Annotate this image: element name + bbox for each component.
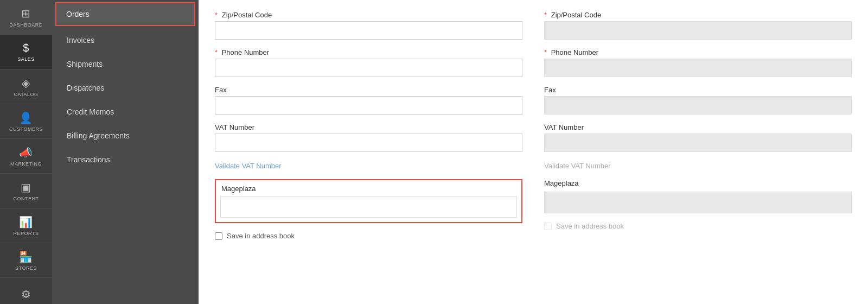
sidebar-item-label-marketing: MARKETING: [10, 161, 42, 167]
sidebar-item-label-catalog: CATALOG: [14, 92, 38, 97]
left-zip-input[interactable]: [215, 21, 522, 40]
right-vat-group: VAT Number: [544, 123, 852, 152]
marketing-icon: 📣: [19, 146, 33, 159]
left-zip-label: * Zip/Postal Code: [215, 11, 522, 19]
submenu-item-shipments[interactable]: Shipments: [52, 52, 199, 76]
right-company-section: Mageplaza: [544, 179, 852, 213]
left-phone-input[interactable]: [215, 59, 522, 77]
customers-icon: 👤: [19, 111, 33, 124]
right-zip-group: * Zip/Postal Code: [544, 11, 852, 40]
reports-icon: 📊: [19, 216, 33, 229]
sidebar-item-sales[interactable]: $ SALES: [0, 35, 52, 69]
left-fax-label: Fax: [215, 86, 522, 94]
submenu-item-transactions[interactable]: Transactions: [52, 148, 199, 172]
catalog-icon: ◈: [22, 77, 30, 90]
left-save-address-label: Save in address book: [227, 232, 295, 240]
left-zip-group: * Zip/Postal Code: [215, 11, 522, 40]
right-phone-group: * Phone Number: [544, 48, 852, 77]
right-vat-input[interactable]: [544, 134, 852, 152]
right-save-address-checkbox[interactable]: [544, 223, 552, 230]
sidebar-item-label-sales: SALES: [17, 56, 35, 62]
right-validate-vat-group: Validate VAT Number: [544, 161, 852, 170]
right-form-column: * Zip/Postal Code * Phone Number Fax VAT…: [544, 11, 852, 293]
left-company-section: Mageplaza: [215, 179, 522, 223]
main-content: * Zip/Postal Code * Phone Number Fax VAT…: [199, 0, 868, 304]
left-validate-vat-link[interactable]: Validate VAT Number: [215, 162, 282, 170]
left-fax-input[interactable]: [215, 96, 522, 115]
left-company-label: Mageplaza: [221, 185, 517, 193]
right-save-address-label: Save in address book: [556, 222, 624, 230]
sidebar-item-catalog[interactable]: ◈ CATALOG: [0, 69, 52, 104]
left-company-input[interactable]: [220, 196, 517, 218]
settings-icon: ⚙: [21, 288, 31, 301]
submenu-item-invoices[interactable]: Invoices: [52, 28, 199, 52]
sidebar-item-content[interactable]: ▣ CONTENT: [0, 174, 52, 208]
right-company-label: Mageplaza: [544, 179, 852, 187]
right-phone-label: * Phone Number: [544, 48, 852, 56]
right-zip-label: * Zip/Postal Code: [544, 11, 852, 19]
sidebar-item-dashboard[interactable]: ⊞ DASHBOARD: [0, 0, 52, 35]
sidebar-item-label-reports: REPORTS: [14, 231, 39, 236]
submenu-item-orders[interactable]: Orders: [55, 2, 195, 26]
left-save-address-checkbox[interactable]: [215, 232, 222, 240]
left-fax-group: Fax: [215, 86, 522, 115]
left-vat-input[interactable]: [215, 134, 522, 152]
right-vat-label: VAT Number: [544, 123, 852, 131]
stores-icon: 🏪: [19, 250, 33, 263]
sidebar: ⊞ DASHBOARD $ SALES ◈ CATALOG 👤 CUSTOMER…: [0, 0, 52, 304]
sidebar-item-reports[interactable]: 📊 REPORTS: [0, 208, 52, 243]
dashboard-icon: ⊞: [21, 7, 31, 20]
sales-icon: $: [23, 42, 29, 54]
sidebar-item-label-dashboard: DASHBOARD: [9, 22, 43, 28]
sidebar-item-marketing[interactable]: 📣 MARKETING: [0, 139, 52, 174]
left-phone-label: * Phone Number: [215, 48, 522, 56]
sidebar-item-label-content: CONTENT: [14, 196, 39, 201]
submenu-item-credit-memos[interactable]: Credit Memos: [52, 100, 199, 124]
sidebar-item-customers[interactable]: 👤 CUSTOMERS: [0, 104, 52, 139]
left-form-column: * Zip/Postal Code * Phone Number Fax VAT…: [215, 11, 522, 293]
right-company-input[interactable]: [544, 192, 852, 213]
left-vat-group: VAT Number: [215, 123, 522, 152]
left-validate-vat-group: Validate VAT Number: [215, 161, 522, 170]
sidebar-item-label-customers: CUSTOMERS: [9, 126, 43, 132]
sidebar-item-settings[interactable]: ⚙: [0, 278, 52, 304]
left-vat-label: VAT Number: [215, 123, 522, 131]
submenu-item-billing-agreements[interactable]: Billing Agreements: [52, 124, 199, 148]
right-zip-input[interactable]: [544, 21, 852, 40]
left-save-address-row: Save in address book: [215, 232, 522, 240]
submenu-item-dispatches[interactable]: Dispatches: [52, 76, 199, 100]
content-icon: ▣: [21, 181, 31, 194]
sidebar-item-stores[interactable]: 🏪 STORES: [0, 243, 52, 278]
sidebar-item-label-stores: STORES: [15, 265, 37, 271]
right-fax-input[interactable]: [544, 96, 852, 115]
submenu-panel: Orders Invoices Shipments Dispatches Cre…: [52, 0, 199, 304]
right-validate-vat-link[interactable]: Validate VAT Number: [544, 162, 611, 170]
left-phone-group: * Phone Number: [215, 48, 522, 77]
right-fax-group: Fax: [544, 86, 852, 115]
right-save-address-row: Save in address book: [544, 222, 852, 230]
right-fax-label: Fax: [544, 86, 852, 94]
right-phone-input[interactable]: [544, 59, 852, 77]
